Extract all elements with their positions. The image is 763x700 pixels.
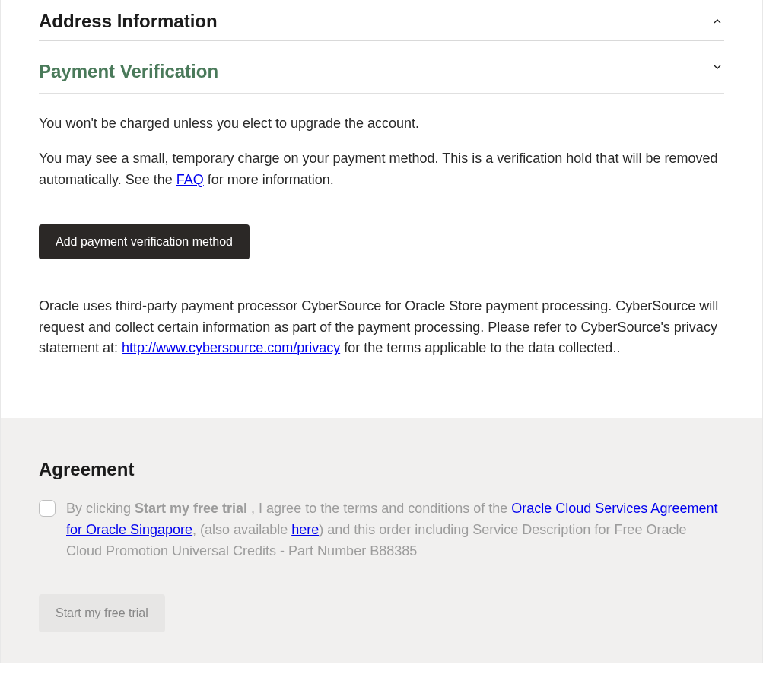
chevron-up-icon	[711, 14, 724, 28]
payment-info-text-1: You won't be charged unless you elect to…	[39, 113, 724, 135]
payment-verification-header[interactable]: Payment Verification	[39, 41, 724, 94]
agreement-checkbox[interactable]	[39, 500, 56, 517]
payment-info-text-2: You may see a small, temporary charge on…	[39, 148, 724, 191]
faq-link[interactable]: FAQ	[176, 172, 204, 187]
agreement-here-link[interactable]: here	[291, 522, 319, 537]
agreement-title: Agreement	[39, 459, 724, 480]
payment-verification-title: Payment Verification	[39, 52, 218, 82]
payment-verification-body: You won't be charged unless you elect to…	[39, 94, 724, 418]
address-information-header[interactable]: Address Information	[39, 0, 724, 41]
chevron-down-icon	[711, 60, 724, 74]
cybersource-disclosure: Oracle uses third-party payment processo…	[39, 296, 724, 388]
cybersource-privacy-link[interactable]: http://www.cybersource.com/privacy	[122, 340, 340, 355]
agreement-section: Agreement By clicking Start my free tria…	[0, 418, 763, 663]
start-trial-button[interactable]: Start my free trial	[39, 594, 165, 632]
agreement-text: By clicking Start my free trial , I agre…	[66, 498, 724, 562]
address-information-title: Address Information	[39, 11, 218, 32]
add-payment-verification-button[interactable]: Add payment verification method	[39, 224, 250, 259]
